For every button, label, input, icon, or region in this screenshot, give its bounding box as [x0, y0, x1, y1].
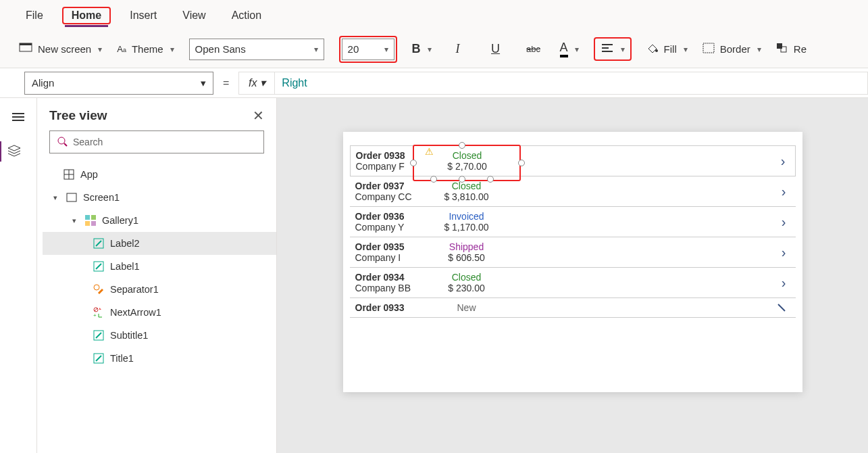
warning-icon: ⚠: [425, 146, 434, 157]
hamburger-button[interactable]: [8, 108, 28, 128]
font-color-button[interactable]: A▾: [560, 41, 579, 57]
menu-insert[interactable]: Insert: [123, 5, 163, 26]
resize-handle[interactable]: [518, 160, 525, 166]
svg-rect-7: [777, 43, 782, 49]
tree-node-subtitle1[interactable]: Subtitle1: [43, 324, 276, 347]
chevron-right-icon[interactable]: ›: [782, 245, 786, 260]
resize-handle[interactable]: [459, 142, 465, 149]
chevron-down-icon: ▾: [314, 45, 318, 54]
screen-icon: [66, 191, 78, 204]
tree-node-label2[interactable]: Label2: [43, 232, 276, 255]
theme-icon: Aa: [117, 44, 126, 54]
gallery-row[interactable]: Order 0936Company YInvoiced$ 1,170.00›: [350, 207, 796, 237]
hamburger-icon: [12, 112, 24, 124]
bold-icon: B: [412, 42, 421, 56]
menu-file[interactable]: File: [19, 5, 50, 26]
order-id: Order 0937: [355, 181, 430, 191]
status-label: Closed: [430, 181, 504, 191]
order-id: Order 0936: [355, 211, 430, 222]
fill-button[interactable]: Fill ▾: [646, 42, 688, 56]
reorder-button[interactable]: Re: [776, 43, 807, 55]
tree-node-label1[interactable]: Label1: [43, 255, 276, 278]
reorder-icon: [776, 43, 788, 55]
fx-button[interactable]: fx▾: [238, 72, 275, 95]
chevron-right-icon[interactable]: ›: [782, 275, 786, 291]
tree-node-title1[interactable]: Title1: [43, 347, 276, 370]
italic-icon: I: [456, 42, 460, 56]
tree-view-title: Tree view: [49, 108, 107, 123]
svg-line-34: [778, 304, 785, 311]
price-label: $ 606.50: [430, 252, 504, 263]
formula-input[interactable]: Right: [275, 72, 868, 95]
chevron-down-icon: ▾: [201, 77, 206, 89]
align-icon: [601, 43, 614, 55]
property-select[interactable]: Align ▾: [24, 72, 213, 95]
chevron-right-icon[interactable]: ›: [782, 214, 786, 230]
collapse-icon[interactable]: ▾: [53, 193, 60, 202]
company-name: Company BB: [355, 283, 430, 293]
strikethrough-button[interactable]: abc: [522, 38, 545, 61]
tree-node-gallery1[interactable]: ▾ Gallery1: [43, 209, 276, 232]
fill-icon: [646, 42, 659, 56]
status-label: Invoiced: [430, 211, 504, 222]
chevron-right-icon[interactable]: ›: [782, 184, 786, 199]
order-id: Order 0938: [356, 150, 430, 161]
svg-line-33: [96, 356, 101, 361]
canvas[interactable]: Order 0938Company FClosed$ 2,70.00›⚠Orde…: [277, 98, 868, 453]
border-button[interactable]: Border ▾: [703, 43, 761, 55]
tree-node-separator1[interactable]: Separator1: [43, 278, 276, 301]
chevron-down-icon: ▾: [575, 45, 579, 54]
tree-node-screen1[interactable]: ▾ Screen1: [43, 186, 276, 209]
chevron-right-icon[interactable]: ›: [781, 153, 786, 169]
order-id: Order 0933: [355, 302, 430, 313]
font-size-select[interactable]: 20 ▾: [342, 39, 394, 60]
svg-line-25: [96, 264, 101, 269]
screen-preview[interactable]: Order 0938Company FClosed$ 2,70.00›⚠Orde…: [343, 132, 802, 392]
gallery-row[interactable]: Order 0933New: [350, 298, 796, 318]
chevron-down-icon: ▾: [170, 45, 174, 54]
menu-home[interactable]: Home: [65, 5, 108, 27]
tree-node-app[interactable]: App: [43, 163, 276, 186]
svg-point-12: [58, 137, 65, 144]
gallery-row[interactable]: Order 0934Company BBClosed$ 230.00›: [350, 268, 796, 298]
chevron-down-icon: ▾: [684, 45, 688, 54]
chevron-down-icon: ▾: [260, 76, 265, 89]
bold-button[interactable]: B▾: [412, 42, 432, 56]
label-icon: [93, 237, 105, 249]
gallery-preview[interactable]: Order 0938Company FClosed$ 2,70.00›⚠Orde…: [350, 145, 796, 318]
order-id: Order 0935: [355, 241, 430, 252]
price-label: $ 2,70.00: [430, 161, 505, 172]
strikethrough-icon: abc: [526, 44, 540, 54]
gallery-row[interactable]: Order 0937Company CCClosed$ 3,810.00›: [350, 176, 796, 207]
menu-action[interactable]: Action: [225, 5, 268, 26]
svg-line-23: [96, 241, 101, 246]
gallery-row[interactable]: Order 0935Company IShipped$ 606.50›: [350, 237, 796, 268]
tree-view-pane: Tree view ✕ Search App ▾ Screen1 ▾: [37, 98, 277, 453]
tree-node-nextarrow1[interactable]: + NextArrow1: [43, 301, 276, 324]
chevron-down-icon: ▾: [621, 45, 625, 54]
status-label: Shipped: [430, 241, 504, 252]
resize-handle[interactable]: [410, 160, 417, 166]
chevron-down-icon: ▾: [757, 45, 761, 54]
font-color-icon: A: [560, 41, 568, 57]
company-name: Company CC: [355, 191, 430, 202]
font-family-select[interactable]: Open Sans ▾: [189, 39, 324, 60]
new-screen-button[interactable]: New screen ▾: [19, 43, 102, 55]
border-icon: [703, 43, 715, 55]
tree-view-rail-button[interactable]: [0, 141, 20, 162]
italic-button[interactable]: I: [446, 38, 469, 61]
underline-button[interactable]: U: [484, 38, 507, 61]
chevron-right-icon[interactable]: [777, 300, 786, 316]
label-icon: [93, 352, 105, 364]
menu-view[interactable]: View: [176, 5, 212, 26]
gallery-row[interactable]: Order 0938Company FClosed$ 2,70.00›⚠: [350, 145, 796, 176]
svg-rect-6: [703, 43, 714, 53]
theme-button[interactable]: Aa Theme ▾: [117, 43, 174, 55]
collapse-icon[interactable]: ▾: [72, 216, 79, 225]
underline-icon: U: [491, 42, 500, 56]
text-align-button[interactable]: ▾: [596, 40, 629, 58]
price-label: $ 3,810.00: [430, 191, 504, 202]
tree-search-input[interactable]: Search: [49, 130, 264, 153]
close-icon[interactable]: ✕: [253, 108, 264, 124]
order-id: Order 0934: [355, 272, 430, 283]
